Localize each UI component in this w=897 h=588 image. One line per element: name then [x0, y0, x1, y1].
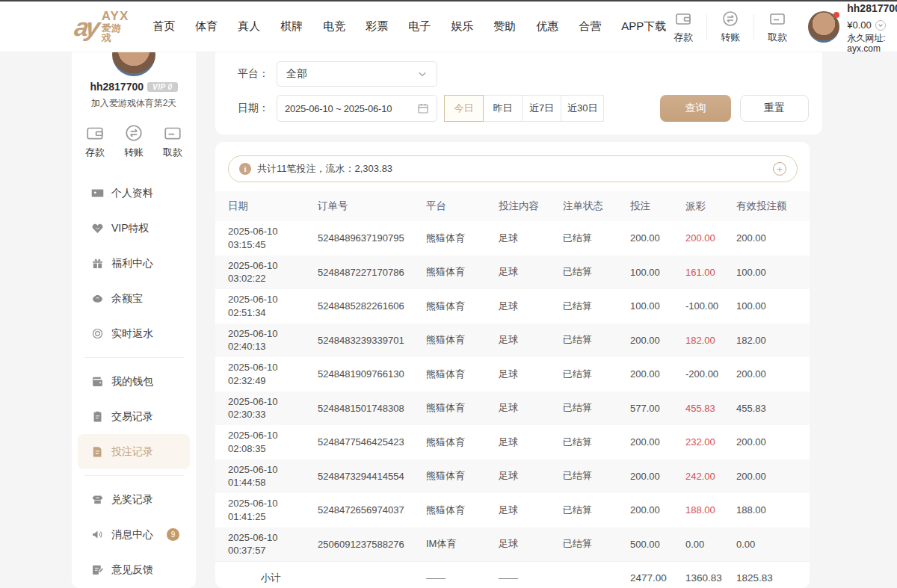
sidebar-item-余额宝[interactable]: 余额宝: [78, 281, 190, 316]
cell-platform: IM体育: [426, 537, 499, 551]
sidebar-item-label: 消息中心: [111, 528, 153, 542]
reset-button[interactable]: 重置: [740, 95, 809, 122]
sidebar-item-label: 实时返水: [111, 327, 153, 341]
notification-dot: [833, 12, 839, 18]
sidebar-item-福利中心[interactable]: 福利中心: [78, 246, 190, 281]
platform-selected-value: 全部: [286, 67, 307, 81]
cell-bet-amount: 200.00: [630, 436, 685, 448]
sidebar-item-消息中心[interactable]: 消息中心9: [78, 517, 190, 552]
sidebar-item-我的钱包[interactable]: 我的钱包: [78, 364, 190, 399]
divider: [706, 14, 707, 40]
cell-status: 已结算: [563, 300, 630, 313]
cell-bet-amount: 100.00: [630, 300, 685, 312]
brand-name-cn: 爱游戏: [102, 23, 129, 43]
cell-bet-content: 足球: [499, 436, 563, 449]
brand-name-en: AYX: [102, 10, 129, 23]
nav-item-棋牌[interactable]: 棋牌: [280, 19, 303, 34]
quick-action-label: 存款: [673, 31, 693, 44]
cell-valid-bet: 455.83: [736, 403, 810, 414]
cell-valid-bet: 200.00: [736, 232, 810, 244]
balance-refresh-icon[interactable]: [875, 20, 886, 31]
range-button-近7日[interactable]: 近7日: [522, 95, 561, 122]
vip-heart-icon: [91, 222, 111, 235]
cell-payout: 200.00: [685, 232, 736, 244]
cell-date: 2025-06-1002:30:33: [228, 395, 318, 421]
bet-record-icon: [91, 445, 111, 458]
cell-platform: 熊猫体育: [426, 401, 499, 415]
nav-item-合营[interactable]: 合营: [579, 19, 601, 34]
cell-payout: 242.00: [685, 471, 736, 482]
nav-item-赞助[interactable]: 赞助: [493, 19, 516, 34]
cell-bet-amount: 200.00: [630, 335, 685, 346]
cell-date: 2025-06-1002:08:35: [228, 429, 318, 455]
menu-divider: [84, 475, 184, 476]
nav-item-彩票[interactable]: 彩票: [366, 19, 388, 34]
sidebar: hh2817700 VIP 0 加入爱游戏体育第2天 存款转账取款 个人资料VI…: [72, 52, 196, 588]
quick-action-label: 转账: [124, 146, 144, 159]
cell-bet-content: 足球: [499, 537, 563, 551]
nav-item-体育[interactable]: 体育: [195, 19, 218, 34]
query-button[interactable]: 查询: [660, 95, 731, 122]
transaction-icon: [91, 410, 111, 423]
piggy-bank-icon: [91, 292, 111, 305]
transfer-icon: [124, 123, 144, 143]
quick-action-存款[interactable]: 存款: [666, 10, 700, 44]
date-range-input[interactable]: 2025-06-10 ~ 2025-06-10: [277, 95, 437, 122]
cell-status: 已结算: [563, 232, 630, 245]
cell-bet-amount: 200.00: [630, 471, 685, 482]
cell-payout: 455.83: [685, 403, 736, 414]
brand-logo[interactable]: ay AYX 爱游戏: [75, 10, 129, 43]
quick-action-存款[interactable]: 存款: [75, 123, 114, 159]
subtotal-payout: 1360.83: [685, 572, 736, 584]
sidebar-item-label: 余额宝: [111, 292, 143, 306]
sidebar-item-VIP特权[interactable]: VIP特权: [78, 211, 190, 246]
nav-item-APP下载[interactable]: APP下载: [621, 19, 666, 34]
column-header-有效投注额: 有效投注额: [736, 199, 810, 213]
cell-date: 2025-06-1002:32:49: [228, 361, 318, 387]
nav-item-真人[interactable]: 真人: [238, 19, 260, 34]
range-button-近30日[interactable]: 近30日: [561, 95, 604, 122]
sidebar-item-label: VIP特权: [111, 222, 150, 235]
quick-action-label: 存款: [85, 146, 105, 159]
expand-icon[interactable]: +: [773, 162, 786, 176]
sidebar-item-实时返水[interactable]: 实时返水: [78, 316, 190, 351]
sidebar-item-label: 我的钱包: [111, 375, 153, 389]
range-button-今日[interactable]: 今日: [444, 95, 484, 122]
quick-action-转账[interactable]: 转账: [114, 123, 153, 159]
table-row: 2025-06-1002:51:345248485282261606熊猫体育足球…: [215, 289, 810, 324]
nav-item-娱乐[interactable]: 娱乐: [451, 19, 473, 34]
calendar-icon[interactable]: [417, 102, 429, 114]
sidebar-item-意见反馈[interactable]: 意见反馈: [78, 552, 190, 587]
divider: [753, 14, 754, 40]
table-row: 2025-06-1001:44:585248473294414554熊猫体育足球…: [215, 459, 810, 494]
cell-bet-content: 足球: [499, 232, 563, 245]
nav-item-首页[interactable]: 首页: [152, 19, 175, 34]
cell-date: 2025-06-1003:15:45: [228, 225, 318, 251]
sidebar-menu: 个人资料VIP特权福利中心余额宝实时返水我的钱包交易记录投注记录兑奖记录消息中心…: [72, 176, 196, 587]
quick-action-转账[interactable]: 转账: [713, 10, 748, 44]
cell-status: 已结算: [563, 469, 630, 483]
sidebar-item-个人资料[interactable]: 个人资料: [78, 176, 190, 211]
quick-action-label: 取款: [768, 31, 787, 44]
sidebar-item-投注记录[interactable]: 投注记录: [78, 434, 190, 469]
nav-item-电竞[interactable]: 电竞: [323, 19, 345, 34]
withdraw-icon: [768, 10, 786, 28]
sidebar-item-交易记录[interactable]: 交易记录: [78, 399, 190, 434]
user-avatar[interactable]: [808, 11, 839, 43]
nav-item-电子[interactable]: 电子: [408, 19, 431, 34]
cell-valid-bet: 100.00: [736, 267, 810, 278]
cell-payout: -100.00: [685, 300, 736, 312]
quick-action-取款[interactable]: 取款: [153, 123, 192, 159]
platform-select[interactable]: 全部: [277, 61, 437, 87]
cell-order-number: 5248487227170786: [318, 267, 426, 278]
cell-bet-content: 足球: [499, 265, 563, 279]
quick-action-取款[interactable]: 取款: [760, 10, 795, 44]
cell-bet-content: 足球: [499, 300, 563, 313]
range-button-昨日[interactable]: 昨日: [483, 95, 523, 122]
sidebar-item-兑奖记录[interactable]: 兑奖记录: [78, 482, 190, 517]
quick-action-label: 取款: [163, 146, 182, 159]
cell-valid-bet: 100.00: [736, 300, 810, 312]
sidebar-username: hh2817700: [90, 81, 144, 93]
sidebar-item-label: 交易记录: [111, 410, 153, 424]
nav-item-优惠[interactable]: 优惠: [536, 19, 558, 34]
